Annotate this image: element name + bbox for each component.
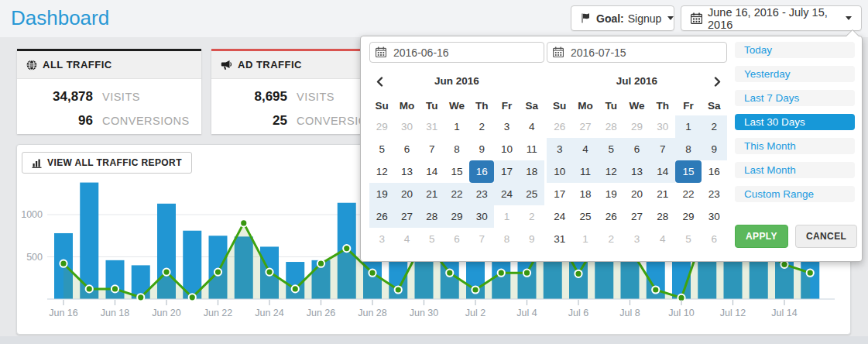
calendar-day[interactable]: 13 — [394, 160, 419, 183]
calendar-day[interactable]: 19 — [599, 183, 624, 205]
calendar-day[interactable]: 17 — [494, 160, 519, 183]
calendar-day[interactable]: 18 — [520, 160, 544, 183]
calendar-day[interactable]: 24 — [547, 205, 572, 228]
calendar-day[interactable]: 6 — [624, 138, 650, 160]
calendar-day[interactable]: 9 — [469, 138, 494, 160]
calendar-day[interactable]: 25 — [520, 183, 544, 205]
range-option-custom-range[interactable]: Custom Range — [735, 186, 855, 202]
calendar-day[interactable]: 30 — [650, 115, 675, 138]
calendar-day[interactable]: 23 — [702, 183, 727, 205]
calendar-day[interactable]: 25 — [572, 205, 598, 228]
calendar-day[interactable]: 13 — [624, 160, 650, 183]
calendar-day[interactable]: 16 — [702, 160, 727, 183]
calendar-day[interactable]: 14 — [650, 160, 675, 183]
calendar-day[interactable]: 8 — [494, 228, 519, 250]
calendar-day[interactable]: 8 — [675, 138, 701, 160]
calendar-day[interactable]: 5 — [420, 228, 444, 250]
calendar-day[interactable]: 22 — [444, 183, 469, 205]
calendar-day[interactable]: 12 — [369, 160, 394, 183]
calendar-day[interactable]: 1 — [675, 115, 701, 138]
calendar-day[interactable]: 2 — [702, 115, 727, 138]
calendar-day[interactable]: 4 — [650, 228, 675, 250]
end-date-input[interactable] — [547, 42, 727, 63]
calendar-day[interactable]: 7 — [650, 138, 675, 160]
calendar-day[interactable]: 24 — [494, 183, 519, 205]
calendar-day[interactable]: 17 — [547, 183, 572, 205]
calendar-day[interactable]: 28 — [420, 205, 444, 228]
calendar-day[interactable]: 29 — [675, 205, 701, 228]
range-option-last-7-days[interactable]: Last 7 Days — [735, 90, 855, 106]
calendar-day[interactable]: 3 — [369, 228, 394, 250]
calendar-day[interactable]: 27 — [624, 205, 650, 228]
calendar-day[interactable]: 12 — [599, 160, 624, 183]
calendar-day[interactable]: 3 — [547, 138, 572, 160]
calendar-day[interactable]: 30 — [469, 205, 494, 228]
calendar-day[interactable]: 29 — [624, 115, 650, 138]
calendar-day[interactable]: 2 — [469, 115, 494, 138]
calendar-day[interactable]: 26 — [547, 115, 572, 138]
calendar-day[interactable]: 10 — [547, 160, 572, 183]
calendar-day[interactable]: 30 — [702, 205, 727, 228]
calendar-day[interactable]: 6 — [702, 228, 727, 250]
calendar-day[interactable]: 21 — [420, 183, 444, 205]
range-option-today[interactable]: Today — [735, 42, 855, 58]
calendar-day[interactable]: 28 — [650, 205, 675, 228]
calendar-day[interactable]: 27 — [394, 205, 419, 228]
calendar-day[interactable]: 7 — [469, 228, 494, 250]
calendar-day[interactable]: 5 — [599, 138, 624, 160]
apply-button[interactable]: APPLY — [735, 225, 788, 248]
calendar-day[interactable]: 4 — [394, 228, 419, 250]
calendar-day[interactable]: 14 — [420, 160, 444, 183]
calendar-day[interactable]: 10 — [494, 138, 519, 160]
view-all-traffic-report-button[interactable]: VIEW ALL TRAFFIC REPORT — [22, 152, 192, 174]
calendar-day[interactable]: 27 — [572, 115, 598, 138]
range-option-last-month[interactable]: Last Month — [735, 162, 855, 178]
calendar-day[interactable]: 4 — [572, 138, 598, 160]
calendar-day[interactable]: 29 — [369, 115, 394, 138]
calendar-day[interactable]: 9 — [702, 138, 727, 160]
calendar-day[interactable]: 26 — [369, 205, 394, 228]
calendar-day[interactable]: 3 — [494, 115, 519, 138]
date-range-button[interactable]: June 16, 2016 - July 15, 2016 — [681, 5, 862, 31]
range-option-last-30-days[interactable]: Last 30 Days — [735, 114, 855, 130]
calendar-day[interactable]: 29 — [444, 205, 469, 228]
goal-dropdown-button[interactable]: Goal: Signup — [571, 5, 674, 31]
calendar-day[interactable]: 2 — [599, 228, 624, 250]
calendar-day[interactable]: 15 — [675, 160, 701, 183]
calendar-day[interactable]: 28 — [599, 115, 624, 138]
range-option-yesterday[interactable]: Yesterday — [735, 66, 855, 82]
calendar-day[interactable]: 1 — [444, 115, 469, 138]
calendar-day[interactable]: 6 — [394, 138, 419, 160]
calendar-day[interactable]: 6 — [444, 228, 469, 250]
calendar-day[interactable]: 7 — [420, 138, 444, 160]
calendar-day[interactable]: 9 — [520, 228, 544, 250]
calendar-day[interactable]: 8 — [444, 138, 469, 160]
calendar-day[interactable]: 30 — [394, 115, 419, 138]
next-month-icon[interactable] — [708, 74, 726, 89]
calendar-day[interactable]: 21 — [650, 183, 675, 205]
calendar-day[interactable]: 19 — [369, 183, 394, 205]
calendar-day[interactable]: 31 — [547, 228, 572, 250]
calendar-day[interactable]: 1 — [494, 205, 519, 228]
calendar-day[interactable]: 11 — [520, 138, 544, 160]
calendar-day[interactable]: 16 — [469, 160, 494, 183]
range-option-this-month[interactable]: This Month — [735, 138, 855, 154]
cancel-button[interactable]: CANCEL — [795, 225, 857, 248]
calendar-day[interactable]: 3 — [624, 228, 650, 250]
calendar-day[interactable]: 2 — [520, 205, 544, 228]
calendar-day[interactable]: 23 — [469, 183, 494, 205]
prev-month-icon[interactable] — [371, 74, 388, 89]
calendar-day[interactable]: 5 — [369, 138, 394, 160]
calendar-day[interactable]: 15 — [444, 160, 469, 183]
calendar-day[interactable]: 18 — [572, 183, 598, 205]
calendar-day[interactable]: 20 — [394, 183, 419, 205]
start-date-input[interactable] — [369, 42, 544, 63]
calendar-day[interactable]: 5 — [675, 228, 701, 250]
calendar-day[interactable]: 22 — [675, 183, 701, 205]
calendar-day[interactable]: 26 — [599, 205, 624, 228]
calendar-day[interactable]: 11 — [572, 160, 598, 183]
calendar-day[interactable]: 31 — [420, 115, 444, 138]
calendar-day[interactable]: 1 — [572, 228, 598, 250]
calendar-day[interactable]: 4 — [520, 115, 544, 138]
calendar-day[interactable]: 20 — [624, 183, 650, 205]
